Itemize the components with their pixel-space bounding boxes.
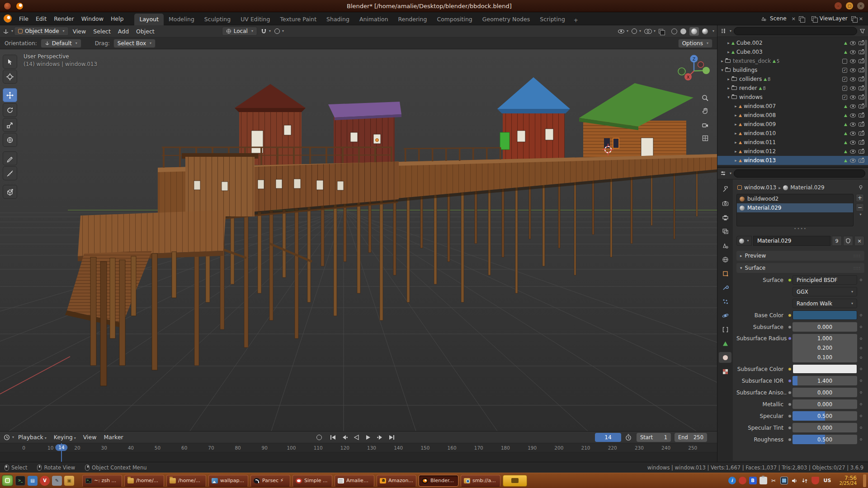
taskbar-window-smb[interactable]: smb://a... <box>461 475 500 487</box>
tab-sculpting[interactable]: Sculpting <box>199 14 236 25</box>
tool-move[interactable] <box>3 88 17 102</box>
orientation-dropdown[interactable]: Default▾ <box>41 39 81 48</box>
menu-help[interactable]: Help <box>107 14 127 23</box>
shading-rendered-icon[interactable] <box>702 28 708 34</box>
launcher-editor-icon[interactable]: ✎ <box>52 476 62 486</box>
tool-rotate[interactable] <box>3 103 17 117</box>
pin-icon[interactable] <box>858 185 863 190</box>
animate-dot-icon[interactable] <box>860 427 862 429</box>
view-layer-new-icon[interactable] <box>851 16 856 21</box>
filter-icon[interactable] <box>859 28 865 34</box>
tab-physics[interactable] <box>719 310 731 321</box>
view-layer-selector[interactable]: ViewLayer <box>818 15 849 22</box>
shading-material-active[interactable] <box>689 27 699 36</box>
house-purple-roof[interactable] <box>328 102 401 163</box>
render-visibility-icon[interactable] <box>859 86 864 90</box>
animate-dot-icon[interactable] <box>860 347 862 349</box>
subsurface-aniso-slider[interactable]: 0.000 <box>793 388 857 397</box>
app-menu-icon[interactable] <box>4 2 11 10</box>
proportional-edit-icon[interactable]: ▾ <box>274 28 284 34</box>
taskbar-window-parsec[interactable]: Parsec ⚡ <box>250 475 290 487</box>
menu-add[interactable]: Add <box>115 27 132 36</box>
metallic-slider[interactable]: 0.000 <box>793 399 857 409</box>
exclude-checkbox[interactable]: ✓ <box>842 86 847 91</box>
tab-render[interactable] <box>719 198 731 209</box>
outliner-row-colliders[interactable]: ▸colliders▲8✓ <box>717 75 868 84</box>
grid-ortho-icon[interactable] <box>700 133 711 144</box>
outliner-row-windows[interactable]: ▾windows✓ <box>717 93 868 102</box>
view-layer-remove-icon[interactable]: × <box>858 16 864 22</box>
render-visibility-icon[interactable] <box>859 50 864 54</box>
render-visibility-icon[interactable] <box>859 41 864 45</box>
browse-material-button[interactable]: ▾ <box>736 236 752 246</box>
tab-scene[interactable] <box>719 240 731 251</box>
tray-volume-icon[interactable] <box>791 477 798 484</box>
playhead-frame-label[interactable]: 14 <box>55 444 67 451</box>
keyboard-layout-indicator[interactable]: US <box>824 478 831 483</box>
animate-dot-icon[interactable] <box>860 403 862 405</box>
tab-compositing[interactable]: Compositing <box>432 14 477 25</box>
overlays-dropdown[interactable]: ▾ <box>644 29 656 34</box>
outliner-scrollbar[interactable] <box>865 40 867 108</box>
close-button[interactable]: × <box>857 2 864 9</box>
tray-bluetooth-icon[interactable]: B <box>749 477 757 484</box>
render-visibility-icon[interactable] <box>859 95 864 99</box>
taskbar-window-amaliest[interactable]: AmalieSt... <box>335 475 374 487</box>
tab-modeling[interactable]: Modeling <box>164 14 199 25</box>
mode-dropdown[interactable]: Object Mode ▾ <box>14 27 69 36</box>
material-name-field[interactable]: Material.029 <box>753 236 830 246</box>
users-count-button[interactable]: 9 <box>832 236 842 246</box>
animate-dot-icon[interactable] <box>860 338 862 340</box>
slot-buildwood2[interactable]: buildwood2 <box>737 194 853 203</box>
taskbar-window-flashing[interactable] <box>503 475 527 487</box>
tab-geometry-nodes[interactable]: Geometry Nodes <box>477 14 535 25</box>
outliner-row-window-013-selected[interactable]: ▸▲window.013▲ <box>717 156 868 165</box>
animate-dot-icon[interactable] <box>860 357 862 359</box>
menu-render[interactable]: Render <box>50 14 78 23</box>
tab-output[interactable] <box>719 212 731 223</box>
viewport-3d[interactable]: User Perspective (14) windows | window.0… <box>0 49 717 431</box>
gizmo-x-neg-axis[interactable] <box>698 62 704 68</box>
tab-layout[interactable]: Layout <box>134 14 164 25</box>
menu-select[interactable]: Select <box>90 27 114 36</box>
animate-dot-icon[interactable] <box>860 438 862 441</box>
tab-uv-editing[interactable]: UV Editing <box>236 14 275 25</box>
play-reverse-icon[interactable] <box>352 433 361 442</box>
timeline-track[interactable] <box>0 452 717 462</box>
properties-editor-icon[interactable] <box>720 170 726 176</box>
base-color-swatch[interactable] <box>793 310 857 320</box>
breadcrumb-object[interactable]: window.013 <box>744 184 776 191</box>
timeline-editor-icon[interactable] <box>4 434 10 441</box>
outliner-row-window-009[interactable]: ▸▲window.009▲ <box>717 120 868 129</box>
subsurface-color-swatch[interactable] <box>793 364 857 374</box>
hide-icon[interactable] <box>850 41 856 45</box>
scene-canvas[interactable] <box>0 49 717 431</box>
scene-new-icon[interactable] <box>799 16 803 21</box>
zoom-icon[interactable] <box>700 93 711 103</box>
tab-texture-paint[interactable]: Texture Paint <box>275 14 321 25</box>
render-visibility-icon[interactable] <box>859 141 864 145</box>
tab-texture[interactable] <box>719 366 731 377</box>
tool-measure[interactable] <box>3 166 17 180</box>
tool-select-box[interactable] <box>3 55 17 69</box>
preview-panel-header[interactable]: ▸Preview:::: <box>736 251 864 261</box>
tab-modifiers[interactable] <box>719 282 731 293</box>
surface-shader-menu[interactable]: Principled BSDF <box>793 275 857 285</box>
distribution-dropdown[interactable]: GGX▾ <box>793 287 857 296</box>
snap-magnet-icon[interactable]: ▾ <box>261 28 271 34</box>
tool-transform[interactable] <box>3 133 17 147</box>
current-frame-field[interactable]: 14 <box>595 433 621 442</box>
hide-icon[interactable] <box>850 95 856 99</box>
radius-y-field[interactable]: 0.200 <box>793 343 857 353</box>
properties-search-input[interactable] <box>734 169 865 178</box>
tool-annotate[interactable] <box>3 151 17 165</box>
outliner-editor-icon[interactable] <box>720 28 726 34</box>
tab-view-layer[interactable] <box>719 226 731 237</box>
specular-slider[interactable]: 0.500 <box>793 411 857 421</box>
jump-to-end-icon[interactable] <box>387 433 396 442</box>
exclude-checkbox[interactable]: ✓ <box>842 95 847 100</box>
blender-logo-icon[interactable] <box>4 14 12 23</box>
shading-solid-icon[interactable] <box>680 28 686 34</box>
specular-tint-slider[interactable]: 0.000 <box>793 423 857 432</box>
tab-scripting[interactable]: Scripting <box>535 14 570 25</box>
